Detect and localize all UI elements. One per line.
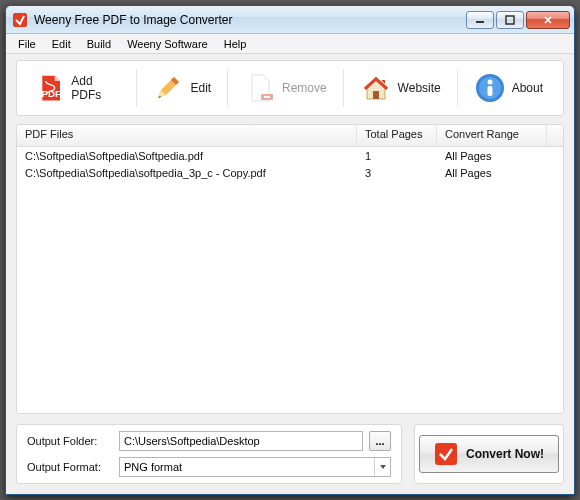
svg-point-9 [487, 80, 492, 85]
menu-build[interactable]: Build [79, 36, 119, 52]
edit-button[interactable]: Edit [142, 66, 221, 110]
home-icon [360, 72, 392, 104]
minimize-button[interactable] [466, 11, 494, 29]
pencil-icon [152, 72, 184, 104]
app-icon [12, 12, 28, 28]
convert-label: Convert Now! [466, 447, 544, 461]
divider [457, 69, 458, 107]
cell-pages: 3 [357, 167, 437, 179]
column-header-path[interactable]: PDF Files [17, 125, 357, 146]
add-pdfs-label: Add PDFs [71, 74, 119, 102]
table-row[interactable]: C:\Softpedia\Softpedia\softpedia_3p_c - … [17, 164, 563, 181]
svg-rect-6 [373, 91, 379, 99]
add-pdfs-button[interactable]: PDF Add PDFs [27, 66, 130, 110]
divider [227, 69, 228, 107]
divider [136, 69, 137, 107]
info-icon [474, 72, 506, 104]
remove-button[interactable]: Remove [234, 66, 337, 110]
output-settings-panel: Output Folder: ... Output Format: PNG fo… [16, 424, 402, 484]
pdf-icon: PDF [37, 72, 65, 104]
convert-icon [434, 442, 458, 466]
remove-label: Remove [282, 81, 327, 95]
table-row[interactable]: C:\Softpedia\Softpedia\Softpedia.pdf1All… [17, 147, 563, 164]
column-header-range[interactable]: Convert Range [437, 125, 547, 146]
file-list: PDF Files Total Pages Convert Range C:\S… [16, 124, 564, 414]
cell-range: All Pages [437, 167, 547, 179]
cell-pages: 1 [357, 150, 437, 162]
cell-range: All Pages [437, 150, 547, 162]
menubar: File Edit Build Weeny Software Help [6, 34, 574, 54]
titlebar[interactable]: Weeny Free PDF to Image Converter [6, 6, 574, 34]
cell-path: C:\Softpedia\Softpedia\softpedia_3p_c - … [17, 167, 357, 179]
menu-help[interactable]: Help [216, 36, 255, 52]
svg-rect-10 [487, 86, 492, 96]
browse-folder-button[interactable]: ... [369, 431, 391, 451]
about-button[interactable]: About [464, 66, 553, 110]
column-header-pages[interactable]: Total Pages [357, 125, 437, 146]
output-folder-label: Output Folder: [27, 435, 113, 447]
website-button[interactable]: Website [350, 66, 451, 110]
svg-rect-2 [506, 16, 514, 24]
list-body[interactable]: C:\Softpedia\Softpedia\Softpedia.pdf1All… [17, 147, 563, 413]
menu-file[interactable]: File [10, 36, 44, 52]
svg-rect-11 [435, 443, 457, 465]
svg-text:PDF: PDF [41, 88, 60, 99]
cell-path: C:\Softpedia\Softpedia\Softpedia.pdf [17, 150, 357, 162]
menu-weeny-software[interactable]: Weeny Software [119, 36, 216, 52]
menu-edit[interactable]: Edit [44, 36, 79, 52]
website-label: Website [398, 81, 441, 95]
column-header-spacer [547, 125, 563, 146]
output-format-label: Output Format: [27, 461, 113, 473]
convert-now-button[interactable]: Convert Now! [419, 435, 559, 473]
list-header: PDF Files Total Pages Convert Range [17, 125, 563, 147]
app-window: Weeny Free PDF to Image Converter File E… [5, 5, 575, 495]
window-title: Weeny Free PDF to Image Converter [34, 13, 466, 27]
convert-panel: Convert Now! [414, 424, 564, 484]
edit-label: Edit [190, 81, 211, 95]
remove-document-icon [244, 72, 276, 104]
close-button[interactable] [526, 11, 570, 29]
svg-rect-5 [264, 96, 270, 98]
divider [343, 69, 344, 107]
output-format-value: PNG format [124, 461, 182, 473]
chevron-down-icon [374, 458, 390, 476]
about-label: About [512, 81, 543, 95]
output-format-combobox[interactable]: PNG format [119, 457, 391, 477]
maximize-button[interactable] [496, 11, 524, 29]
output-folder-input[interactable] [119, 431, 363, 451]
toolbar: PDF Add PDFs Edit Remove [16, 60, 564, 116]
